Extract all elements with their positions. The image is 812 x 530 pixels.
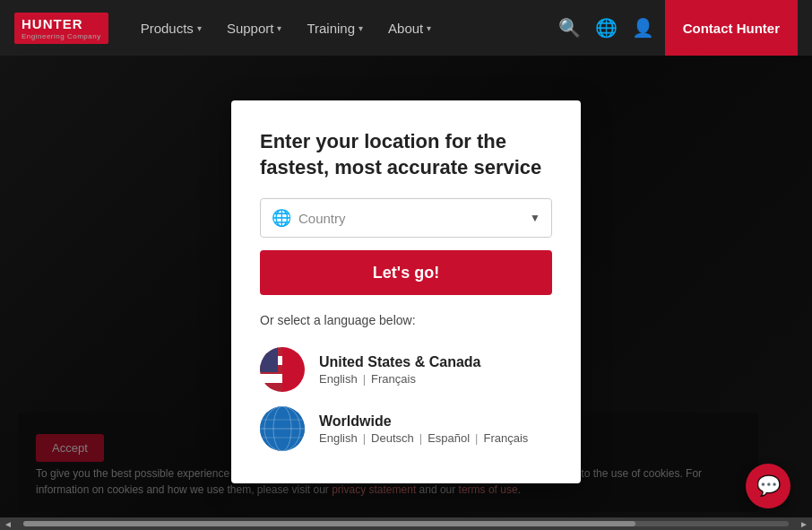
chevron-down-icon: ▼ bbox=[530, 212, 540, 224]
globe-svg bbox=[260, 406, 305, 451]
lang-separator: | bbox=[419, 431, 422, 445]
lang-link-fr-ww[interactable]: Français bbox=[484, 431, 529, 445]
lang-link-es-ww[interactable]: Español bbox=[428, 431, 470, 445]
lang-link-en-ww[interactable]: English bbox=[319, 431, 358, 445]
lang-separator: | bbox=[363, 372, 366, 386]
search-button[interactable]: 🔍 bbox=[555, 13, 584, 42]
nav-item-about[interactable]: About ▾ bbox=[377, 13, 442, 43]
lang-separator: | bbox=[363, 431, 366, 445]
chat-button[interactable]: 💬 bbox=[746, 464, 790, 508]
nav-icons: 🔍 🌐 👤 bbox=[555, 13, 658, 42]
lang-link-de-ww[interactable]: Deutsch bbox=[371, 431, 414, 445]
chevron-down-icon: ▾ bbox=[427, 23, 431, 33]
nav-label-support: Support bbox=[227, 21, 274, 36]
flag-us-ca-icon bbox=[260, 347, 305, 392]
chevron-down-icon: ▾ bbox=[197, 23, 202, 33]
lang-info-us-ca: United States & Canada English | Françai… bbox=[319, 354, 552, 386]
nav-label-training: Training bbox=[307, 21, 355, 36]
contact-hunter-button[interactable]: Contact Hunter bbox=[665, 0, 798, 56]
flag-world-icon bbox=[260, 406, 305, 451]
scroll-left-arrow[interactable]: ◄ bbox=[0, 519, 16, 529]
user-button[interactable]: 👤 bbox=[628, 13, 658, 42]
globe-icon: 🌐 bbox=[272, 208, 291, 228]
lang-separator: | bbox=[475, 431, 478, 445]
lang-links-worldwide: English | Deutsch | Español | Français bbox=[319, 431, 552, 445]
globe-button[interactable]: 🌐 bbox=[592, 13, 621, 42]
logo-box: HUNTER Engineering Company bbox=[14, 13, 108, 44]
logo-sub: Engineering Company bbox=[22, 32, 101, 40]
scrollbar-track bbox=[23, 521, 789, 526]
chat-icon: 💬 bbox=[756, 474, 781, 498]
nav-label-about: About bbox=[388, 21, 423, 36]
navbar: HUNTER Engineering Company Products ▾ Su… bbox=[0, 0, 812, 56]
nav-items: Products ▾ Support ▾ Training ▾ About ▾ bbox=[130, 13, 555, 43]
logo-text: HUNTER bbox=[22, 16, 83, 31]
logo-area: HUNTER Engineering Company bbox=[14, 13, 108, 44]
or-select-label: Or select a language below: bbox=[260, 313, 552, 327]
lang-option-worldwide[interactable]: Worldwide English | Deutsch | Español | … bbox=[260, 399, 552, 458]
location-modal: Enter your location for the fastest, mos… bbox=[231, 100, 581, 483]
modal-backdrop: Enter your location for the fastest, mos… bbox=[0, 56, 812, 530]
modal-title: Enter your location for the fastest, mos… bbox=[260, 129, 552, 180]
chevron-down-icon: ▾ bbox=[358, 23, 363, 33]
country-select[interactable]: Country United States Canada United King… bbox=[298, 211, 526, 226]
scroll-right-arrow[interactable]: ► bbox=[796, 519, 812, 529]
lang-link-en-us[interactable]: English bbox=[319, 372, 358, 386]
chevron-down-icon: ▾ bbox=[277, 23, 281, 33]
lang-option-us-ca[interactable]: United States & Canada English | Françai… bbox=[260, 340, 552, 399]
country-select-wrapper[interactable]: 🌐 Country United States Canada United Ki… bbox=[260, 198, 552, 238]
lang-info-worldwide: Worldwide English | Deutsch | Español | … bbox=[319, 413, 552, 445]
region-name-worldwide: Worldwide bbox=[319, 413, 552, 430]
region-name-us-ca: United States & Canada bbox=[319, 354, 552, 370]
nav-item-training[interactable]: Training ▾ bbox=[296, 13, 374, 43]
lang-links-us-ca: English | Français bbox=[319, 372, 552, 386]
scrollbar-thumb[interactable] bbox=[23, 521, 635, 526]
nav-label-products: Products bbox=[141, 21, 194, 36]
scrollbar[interactable]: ◄ ► bbox=[0, 517, 812, 530]
lets-go-button[interactable]: Let's go! bbox=[260, 250, 552, 295]
lang-link-fr-ca[interactable]: Français bbox=[371, 372, 416, 386]
nav-item-products[interactable]: Products ▾ bbox=[130, 13, 212, 43]
nav-item-support[interactable]: Support ▾ bbox=[216, 13, 293, 43]
